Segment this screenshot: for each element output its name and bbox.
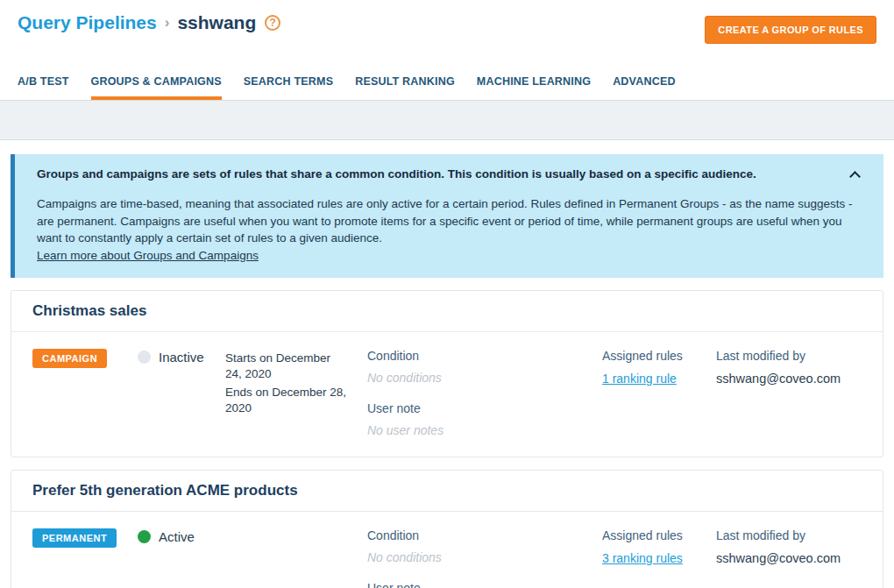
empty-toolbar-strip [0, 100, 894, 140]
card-title: Prefer 5th generation ACME products [32, 482, 298, 499]
last-modified-value: sshwang@coveo.com [716, 551, 841, 565]
tab-machine-learning[interactable]: MACHINE LEARNING [477, 68, 591, 100]
status-label: Inactive [159, 350, 204, 365]
campaign-badge: CAMPAIGN [32, 349, 107, 368]
condition-label: Condition [367, 528, 602, 542]
create-group-of-rules-button[interactable]: CREATE A GROUP OF RULES [705, 16, 876, 44]
tab-groups-campaigns[interactable]: GROUPS & CAMPAIGNS [91, 68, 222, 100]
page-header: Query Pipelines › sshwang ? CREATE A GRO… [0, 0, 894, 44]
tab-ab-test[interactable]: A/B TEST [18, 68, 69, 100]
group-card-christmas-sales: Christmas sales CAMPAIGN Inactive Starts… [11, 290, 883, 457]
assigned-rules-cell: Assigned rules 3 ranking rules [602, 528, 716, 566]
start-date: Starts on December 24, 2020 [225, 351, 348, 382]
tab-search-terms[interactable]: SEARCH TERMS [244, 68, 333, 100]
chevron-up-icon [849, 171, 861, 182]
end-date: Ends on December 28, 2020 [225, 385, 348, 416]
condition-cell: Condition No conditions User note No use… [367, 349, 602, 437]
user-note-label: User note [367, 401, 602, 415]
condition-value: No conditions [367, 371, 602, 385]
info-banner: Groups and campaigns are sets of rules t… [11, 154, 883, 278]
user-note-field: User note No user notes [367, 581, 602, 588]
last-modified-label: Last modified by [716, 349, 862, 363]
assigned-rules-label: Assigned rules [602, 349, 716, 363]
last-modified-value: sshwang@coveo.com [716, 372, 841, 386]
breadcrumb-separator: › [164, 14, 171, 32]
permanent-badge: PERMANENT [32, 528, 117, 548]
breadcrumb: Query Pipelines › sshwang ? [18, 11, 280, 33]
status-cell: Active [138, 528, 225, 544]
query-pipelines-page: Query Pipelines › sshwang ? CREATE A GRO… [0, 0, 894, 588]
last-modified-cell: Last modified by sshwang@coveo.com [716, 349, 862, 386]
learn-more-link[interactable]: Learn more about Groups and Campaigns [37, 247, 259, 265]
banner-title: Groups and campaigns are sets of rules t… [37, 167, 864, 181]
user-note-label: User note [367, 581, 602, 588]
card-body: PERMANENT Active Condition No conditions… [11, 512, 883, 588]
status-label: Active [159, 529, 195, 544]
dates-cell: Starts on December 24, 2020 Ends on Dece… [225, 349, 348, 418]
page-title: sshwang [177, 12, 256, 33]
assigned-rules-label: Assigned rules [602, 528, 716, 542]
card-header: Christmas sales [11, 291, 883, 332]
status-dot-icon [138, 351, 151, 364]
ranking-rules-link[interactable]: 1 ranking rule [602, 372, 677, 386]
last-modified-label: Last modified by [716, 528, 862, 542]
badge-cell: PERMANENT [32, 528, 138, 548]
tab-advanced[interactable]: ADVANCED [613, 68, 676, 100]
banner-description-text: Campaigns are time-based, meaning that a… [37, 197, 853, 244]
assigned-rules-cell: Assigned rules 1 ranking rule [602, 349, 716, 386]
status-cell: Inactive [138, 349, 225, 365]
help-icon[interactable]: ? [265, 15, 280, 31]
collapse-banner-button[interactable] [845, 166, 864, 182]
tab-bar: A/B TEST GROUPS & CAMPAIGNS SEARCH TERMS… [0, 68, 894, 100]
condition-label: Condition [367, 349, 602, 363]
condition-value: No conditions [367, 550, 602, 564]
card-body: CAMPAIGN Inactive Starts on December 24,… [11, 332, 883, 457]
dates-cell [225, 528, 348, 530]
user-note-field: User note No user notes [367, 401, 602, 437]
card-header: Prefer 5th generation ACME products [11, 471, 883, 512]
last-modified-cell: Last modified by sshwang@coveo.com [716, 528, 862, 566]
breadcrumb-query-pipelines-link[interactable]: Query Pipelines [18, 12, 157, 33]
condition-cell: Condition No conditions User note No use… [367, 528, 602, 588]
status-dot-icon [138, 530, 151, 543]
ranking-rules-link[interactable]: 3 ranking rules [602, 551, 683, 565]
group-card-acme-products: Prefer 5th generation ACME products PERM… [11, 470, 883, 588]
condition-field: Condition No conditions [367, 528, 602, 564]
user-note-value: No user notes [367, 423, 602, 437]
banner-description: Campaigns are time-based, meaning that a… [37, 195, 864, 264]
card-title: Christmas sales [32, 302, 146, 319]
tab-result-ranking[interactable]: RESULT RANKING [355, 68, 455, 100]
badge-cell: CAMPAIGN [32, 349, 138, 368]
condition-field: Condition No conditions [367, 349, 602, 385]
